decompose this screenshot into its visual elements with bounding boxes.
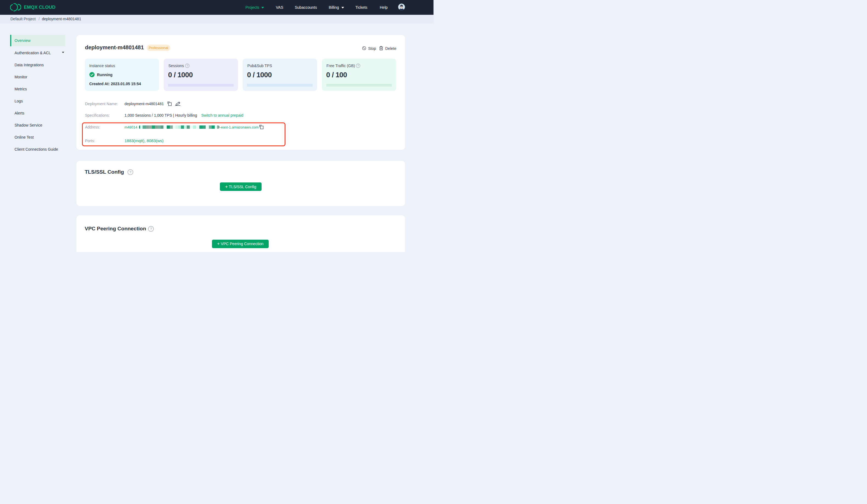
svg-text:?: ? [357, 64, 359, 67]
svg-text:?: ? [150, 227, 152, 231]
svg-text:?: ? [186, 64, 188, 67]
svg-text:?: ? [129, 170, 131, 174]
